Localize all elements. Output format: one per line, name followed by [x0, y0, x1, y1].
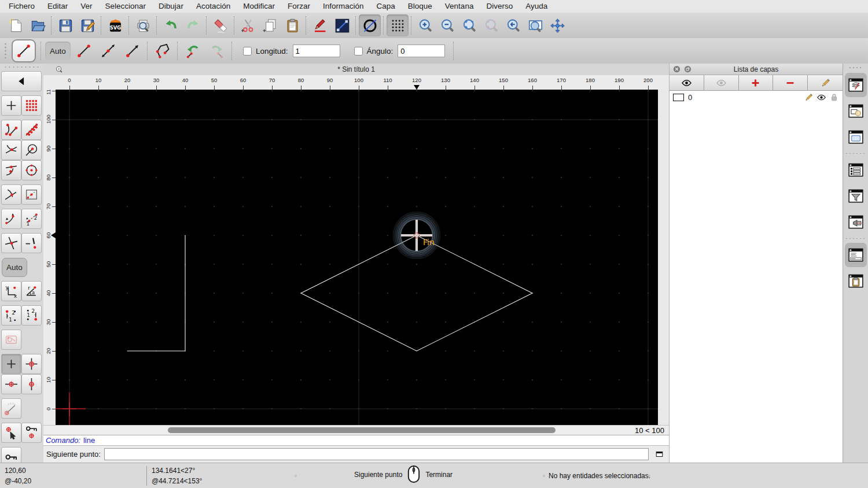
menu-capa[interactable]: Capa: [370, 0, 402, 13]
dock-drag-handle[interactable]: [848, 66, 863, 69]
save-as-button[interactable]: [76, 14, 98, 36]
zoom-window-button[interactable]: [524, 14, 546, 36]
dock-command-toggle-button[interactable]: [845, 243, 867, 267]
snap-endpoint-button[interactable]: [1, 120, 21, 140]
length-checkbox[interactable]: [243, 47, 252, 56]
dock-layers-toggle-button[interactable]: [845, 73, 867, 97]
horizontal-scrollbar-thumb[interactable]: [168, 427, 556, 433]
open-folder-button[interactable]: [27, 14, 49, 36]
snap-center-button[interactable]: [21, 160, 42, 180]
zoom-back-button[interactable]: [502, 14, 524, 36]
key-button[interactable]: [1, 447, 21, 463]
grid-toggle-button[interactable]: [387, 14, 409, 36]
snap-distance-button[interactable]: [21, 140, 42, 160]
menu-ver[interactable]: Ver: [74, 0, 98, 13]
dock-blocks-toggle-button[interactable]: [845, 99, 867, 123]
zoom-in-button[interactable]: [414, 14, 436, 36]
palette-drag-handle[interactable]: [3, 65, 40, 69]
show-all-layers-button[interactable]: [670, 75, 704, 90]
command-window-toggle-button[interactable]: [652, 449, 666, 460]
pencil-icon[interactable]: [804, 93, 814, 102]
dock-echo-toggle-button[interactable]: [845, 210, 867, 234]
restrict-orthogonal-arrows-button[interactable]: [1, 209, 21, 229]
redo-segment-button[interactable]: [206, 40, 228, 62]
svg-export-button[interactable]: SVG: [104, 14, 126, 36]
menu-ventana[interactable]: Ventana: [439, 0, 480, 13]
print-preview-button[interactable]: [132, 14, 154, 36]
snap-sequence-button[interactable]: 12: [21, 209, 42, 229]
line-horizontal-button[interactable]: [122, 40, 144, 62]
eye-icon[interactable]: [816, 93, 826, 102]
line-angle-button[interactable]: [97, 40, 119, 62]
remove-layer-button[interactable]: [773, 75, 808, 90]
menu-ayuda[interactable]: Ayuda: [519, 0, 554, 13]
layer-row[interactable]: 0: [670, 91, 843, 103]
restrict-nothing-button[interactable]: [1, 354, 21, 374]
length-input[interactable]: [293, 45, 340, 57]
dock-library-toggle-button[interactable]: [845, 125, 867, 149]
restrict-vertical-button[interactable]: [21, 374, 42, 394]
save-button[interactable]: [54, 14, 76, 36]
dock-clipboard-toggle-button[interactable]: [845, 269, 867, 293]
undo-segment-button[interactable]: [182, 40, 204, 62]
horizontal-scrollbar[interactable]: [43, 426, 613, 435]
pen-button[interactable]: [309, 14, 331, 36]
set-relative-zero-button[interactable]: [1, 423, 21, 443]
snap-on-entity-button[interactable]: [21, 120, 42, 140]
edit-layer-button[interactable]: [808, 75, 843, 90]
menu-modificar[interactable]: Modificar: [237, 0, 281, 13]
copy-button[interactable]: [259, 14, 281, 36]
zoom-pan-button[interactable]: [546, 14, 568, 36]
add-layer-button[interactable]: [739, 75, 774, 90]
snap-image-button[interactable]: [1, 330, 21, 350]
cad-canvas[interactable]: Fin: [56, 90, 658, 425]
dock-list-toggle-button[interactable]: [845, 158, 867, 182]
corner-seq-b-button[interactable]: 12: [21, 305, 42, 326]
current-tool-line-button[interactable]: [12, 39, 36, 62]
menu-diverso[interactable]: Diverso: [480, 0, 519, 13]
snap-intersection-button[interactable]: [1, 140, 21, 160]
snap-box-button[interactable]: [21, 184, 42, 205]
menu-fichero[interactable]: Fichero: [2, 0, 41, 13]
angle-checkbox[interactable]: [354, 47, 363, 56]
angle-gauge-button[interactable]: [1, 398, 21, 419]
corner-seq-a-button[interactable]: 12: [1, 305, 21, 326]
menu-bloque[interactable]: Bloque: [402, 0, 439, 13]
menu-forzar[interactable]: Forzar: [281, 0, 317, 13]
eraser-button[interactable]: [209, 14, 231, 36]
line-two-points-button[interactable]: [73, 40, 95, 62]
menu-seleccionar[interactable]: Seleccionar: [99, 0, 153, 13]
snap-tangent-button[interactable]: [1, 184, 21, 205]
menu-dibujar[interactable]: Dibujar: [152, 0, 190, 13]
polyline-button[interactable]: [152, 40, 174, 62]
undo-button[interactable]: [160, 14, 182, 36]
dock-filter-toggle-button[interactable]: [845, 184, 867, 208]
draw-line-button[interactable]: [331, 14, 353, 36]
lock-icon[interactable]: [829, 93, 839, 102]
menu-acotaci-n[interactable]: Acotación: [190, 0, 237, 13]
circle-line-button[interactable]: [359, 14, 381, 36]
restrict-horizontal-button[interactable]: [1, 374, 21, 394]
snap-cross-button[interactable]: [1, 233, 21, 253]
coord-cartesian-button[interactable]: yx: [1, 281, 21, 301]
snap-auto-button[interactable]: Auto: [2, 258, 27, 277]
menu-editar[interactable]: Editar: [41, 0, 74, 13]
grid-snap-button[interactable]: [21, 95, 42, 116]
zoom-auto-button[interactable]: [458, 14, 480, 36]
zoom-out-button[interactable]: [436, 14, 458, 36]
paste-button[interactable]: [281, 14, 303, 36]
command-input[interactable]: [104, 448, 649, 460]
zoom-previous-button[interactable]: [480, 14, 502, 36]
back-arrow-button[interactable]: [1, 71, 42, 91]
new-document-button[interactable]: [5, 14, 27, 36]
menu-informaci-n[interactable]: Información: [317, 0, 370, 13]
free-snap-button[interactable]: [1, 95, 21, 116]
line-mode-auto-button[interactable]: Auto: [45, 42, 71, 60]
cut-button[interactable]: [237, 14, 259, 36]
angle-input[interactable]: [398, 45, 445, 57]
redo-button[interactable]: [182, 14, 204, 36]
restrict-ortho-cross-button[interactable]: [21, 354, 42, 374]
snap-exclaim-button[interactable]: [21, 233, 42, 253]
lock-relative-zero-button[interactable]: [21, 423, 42, 443]
coord-polar-button[interactable]: ra: [21, 281, 42, 301]
